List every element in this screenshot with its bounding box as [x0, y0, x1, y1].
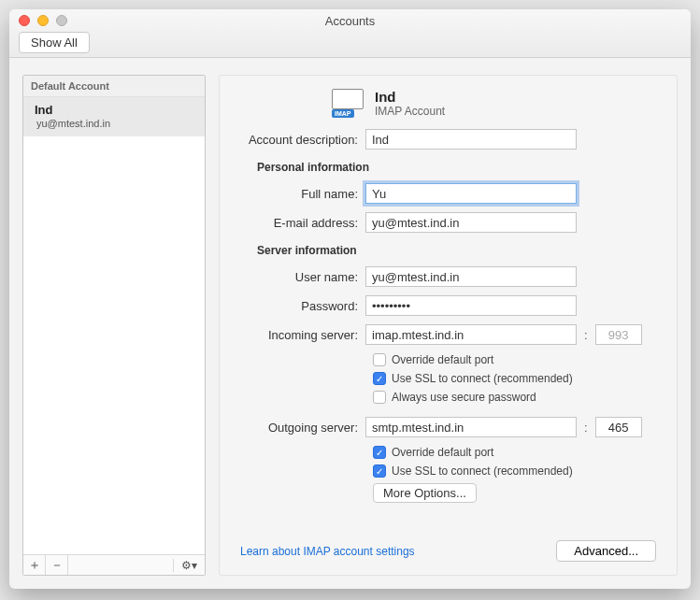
account-type-subtitle: IMAP Account: [375, 105, 445, 118]
password-label: Password:: [229, 299, 365, 313]
email-label: E-mail address:: [229, 216, 365, 230]
learn-imap-link[interactable]: Learn about IMAP account settings: [240, 545, 415, 558]
imap-account-icon: IMAP: [332, 89, 365, 115]
port-colon: :: [584, 328, 588, 342]
advanced-button[interactable]: Advanced...: [556, 540, 656, 562]
description-input[interactable]: [365, 129, 577, 150]
personal-section-title: Personal information: [257, 161, 656, 174]
sidebar-account-item[interactable]: Ind yu@mtest.ind.in: [23, 97, 205, 136]
incoming-server-input[interactable]: [365, 324, 577, 345]
imap-badge: IMAP: [332, 109, 354, 118]
account-name-title: Ind: [375, 89, 445, 105]
ssl-incoming-checkbox[interactable]: ✓: [373, 372, 386, 385]
port-colon-out: :: [584, 421, 588, 435]
zoom-button[interactable]: [56, 15, 67, 26]
sidebar-footer: ＋ － ⚙▾: [23, 554, 205, 575]
show-all-button[interactable]: Show All: [19, 32, 90, 53]
traffic-lights: [19, 15, 67, 26]
add-account-button[interactable]: ＋: [23, 555, 46, 575]
sidebar-body: [23, 136, 205, 554]
envelope-icon: [332, 89, 364, 109]
sidebar-gear-button[interactable]: ⚙▾: [173, 559, 205, 572]
full-name-label: Full name:: [229, 187, 365, 201]
remove-account-button[interactable]: －: [46, 555, 68, 575]
description-label: Account description:: [229, 133, 365, 147]
incoming-port-input[interactable]: [595, 324, 642, 345]
accounts-sidebar: Default Account Ind yu@mtest.ind.in ＋ － …: [22, 75, 206, 576]
username-input[interactable]: [365, 266, 577, 287]
password-input[interactable]: [365, 295, 577, 316]
close-button[interactable]: [19, 15, 30, 26]
plus-icon: ＋: [28, 557, 41, 574]
ssl-outgoing-checkbox[interactable]: ✓: [373, 464, 386, 478]
sidebar-account-email: yu@mtest.ind.in: [35, 117, 197, 129]
sidebar-header: Default Account: [23, 76, 205, 97]
outgoing-port-input[interactable]: [595, 417, 642, 437]
override-outgoing-port-checkbox[interactable]: ✓: [373, 446, 386, 459]
more-options-button[interactable]: More Options...: [373, 483, 477, 503]
ssl-incoming-label: Use SSL to connect (recommended): [392, 372, 573, 385]
main-panel: IMAP Ind IMAP Account Account descriptio…: [219, 75, 678, 576]
secure-password-label: Always use secure password: [392, 391, 536, 404]
outgoing-label: Outgoing server:: [229, 421, 365, 435]
minimize-button[interactable]: [37, 15, 49, 26]
minus-icon: －: [50, 557, 64, 574]
server-section-title: Server information: [257, 244, 656, 257]
gear-icon: ⚙▾: [181, 559, 197, 572]
secure-password-checkbox[interactable]: [373, 391, 386, 404]
override-outgoing-port-label: Override default port: [392, 446, 493, 459]
email-input[interactable]: [365, 212, 577, 233]
incoming-label: Incoming server:: [229, 328, 365, 342]
override-incoming-port-checkbox[interactable]: [373, 353, 386, 366]
override-incoming-port-label: Override default port: [392, 353, 493, 366]
window-title: Accounts: [9, 9, 691, 28]
sidebar-account-name: Ind: [35, 103, 197, 117]
full-name-input[interactable]: [365, 183, 577, 204]
account-header: IMAP Ind IMAP Account: [332, 89, 656, 118]
username-label: User name:: [229, 270, 365, 284]
ssl-outgoing-label: Use SSL to connect (recommended): [392, 464, 573, 478]
outgoing-server-input[interactable]: [365, 417, 577, 437]
accounts-window: Accounts Show All Default Account Ind yu…: [9, 9, 691, 589]
titlebar: Accounts Show All: [9, 9, 691, 58]
